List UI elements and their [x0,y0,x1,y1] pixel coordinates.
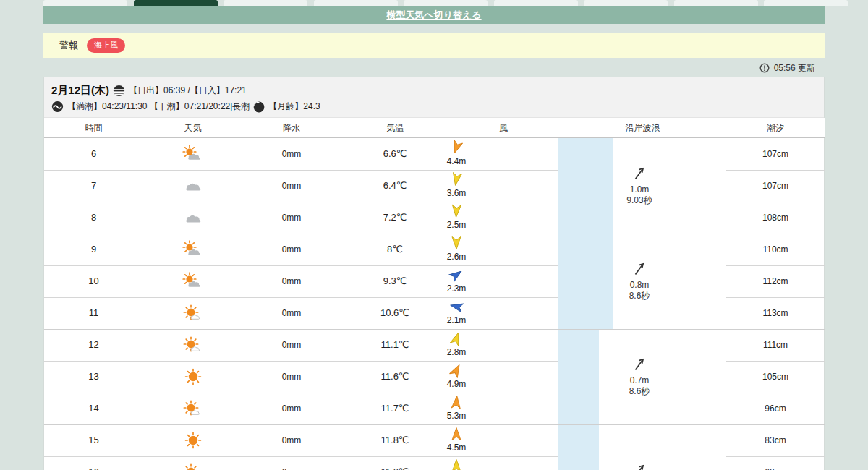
wind-direction-icon [449,204,464,221]
wave-direction-icon [631,463,647,470]
tide-cell: 96cm [726,393,825,424]
time-cell: 7 [44,170,143,202]
wind-direction-icon [449,331,464,349]
wind-speed: 2.1m [447,315,467,325]
wave-height: 0.7m [630,375,650,386]
top-tab[interactable] [494,0,578,6]
view-switch-bar: 横型天気へ切り替える [43,6,825,24]
top-tab-active[interactable] [134,0,218,6]
sunrise-sunset-times: 【日出】06:39 /【日入】17:21 [129,85,247,97]
updated-time: 05:56 更新 [774,62,815,74]
wind-cell: 4.9m [435,361,478,393]
wind-cell: 2.1m [435,297,478,329]
temp-cell: 7.2℃ [341,202,449,234]
col-header-wind: 風 [449,118,558,138]
wind-speed: 2.6m [447,252,467,262]
wave-height: 0.8m [630,280,650,291]
wind-cell: 4.4m [435,138,478,170]
wave-group-cell [592,424,686,470]
weather-icon-cloud [143,202,242,234]
wind-cell: 2.3m [435,265,478,297]
wind-direction-icon [449,236,464,253]
col-header-tide: 潮汐 [726,118,825,138]
wind-cell: 4.5m [435,424,478,456]
wind-speed: 2.8m [447,347,467,357]
temp-cell: 10.6℃ [341,297,449,329]
top-tabs-strip [0,0,868,6]
top-tab[interactable] [404,0,488,6]
top-tab[interactable] [584,0,668,6]
switch-to-horizontal-link[interactable]: 横型天気へ切り替える [386,9,481,22]
wind-speed: 2.3m [447,283,467,294]
temp-cell: 11.6℃ [341,361,449,393]
tide-cell: 105cm [726,361,825,393]
wave-direction-icon [631,356,647,375]
col-header-precip: 降水 [242,118,341,138]
group-divider [44,424,825,425]
top-tab[interactable] [764,0,848,6]
date-header: 2月12日(木) 【日出】06:39 /【日入】17:21 [44,77,824,118]
temp-cell: 9.3℃ [341,265,449,297]
wind-cell: 2.5m [435,202,478,234]
wave-period: 8.6秒 [629,291,650,302]
tide-cell: 112cm [726,265,825,297]
top-tab[interactable] [674,0,758,6]
precip-cell: 0mm [242,170,341,202]
warning-badge-sea-wind[interactable]: 海上風 [87,38,125,53]
weather-icon-sun-cloud [143,234,242,265]
wind-cell [435,456,478,470]
row-divider [44,393,558,393]
update-row: 05:56 更新 [43,61,815,75]
precip-cell: 0mm [242,329,341,361]
tide-cell: 107cm [726,138,825,170]
wind-direction-icon [449,299,464,317]
precip-cell: 0mm [242,297,341,329]
wind-cell: 3.6m [435,170,478,202]
precip-cell: 0mm [242,202,341,234]
wave-height: 1.0m [630,184,650,195]
wind-direction-icon [449,427,464,444]
sunrise-sunset-icon [113,85,125,97]
temp-cell: 11.1℃ [341,329,449,361]
row-divider [726,297,825,298]
tide-cell: 107cm [726,170,825,202]
wave-period: 8.6秒 [629,386,650,397]
wind-direction-icon [449,395,464,412]
top-tab[interactable] [224,0,307,6]
wind-speed: 4.5m [447,443,467,453]
top-tab[interactable] [314,0,398,6]
weather-icon-sun-cloud-small [143,329,242,361]
wave-circle-icon [51,101,64,113]
weather-icon-cloud [143,170,242,202]
time-cell: 14 [44,393,143,424]
group-divider [44,329,825,330]
tide-times: 【満潮】04:23/11:30 【干潮】07:21/20:22|長潮 [67,101,250,113]
time-cell: 13 [44,361,143,393]
row-divider [44,297,558,298]
col-header-weather: 天気 [143,118,242,138]
precip-cell: 0mm [242,393,341,424]
wind-direction-icon [449,268,464,285]
tide-cell: 111cm [726,329,825,361]
row-divider [44,361,558,362]
tide-cell: 113cm [726,297,825,329]
row-divider [44,265,558,266]
time-cell: 11 [44,297,143,329]
time-cell: 8 [44,202,143,234]
wave-period: 9.03秒 [626,195,652,206]
moon-age: 【月齢】24.3 [268,101,320,113]
wave-group-cell: 0.7m8.6秒 [592,329,686,424]
top-tab[interactable] [43,0,127,6]
precip-cell: 0mm [242,265,341,297]
wind-speed: 4.9m [447,379,467,389]
wave-group-cell: 0.8m8.6秒 [592,234,686,329]
table-header: 時間 天気 降水 気温 風 沿岸波浪 潮汐 [44,118,825,138]
row-divider [726,265,825,266]
group-divider [44,234,825,234]
row-divider [44,170,558,171]
wind-cell: 2.6m [435,234,478,265]
time-cell: 9 [44,234,143,265]
col-header-temp: 気温 [341,118,449,138]
warning-bar: 警報 海上風 [43,33,825,58]
wind-direction-icon [449,458,464,470]
